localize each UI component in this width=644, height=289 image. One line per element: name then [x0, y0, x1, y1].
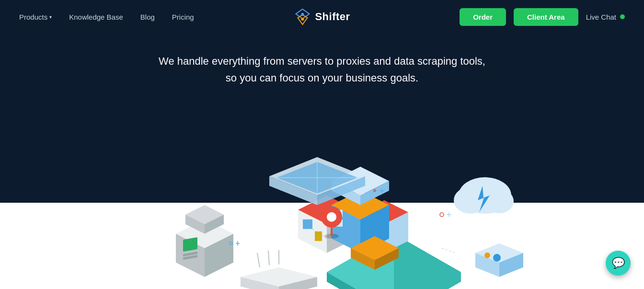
- svg-point-63: [373, 189, 376, 192]
- nav-left: Products ▾ Knowledge Base Blog Pricing: [19, 13, 194, 21]
- hero-headline: We handle everything from servers to pro…: [140, 53, 504, 86]
- client-area-button[interactable]: Client Area: [514, 8, 578, 26]
- chevron-down-icon: ▾: [49, 14, 52, 20]
- svg-line-44: [257, 253, 260, 267]
- svg-point-3: [301, 18, 304, 21]
- order-button[interactable]: Order: [460, 8, 506, 26]
- nav-blog[interactable]: Blog: [140, 13, 155, 21]
- chat-bubble-icon: 💬: [612, 257, 625, 269]
- live-chat-status-dot: [620, 14, 625, 19]
- illustration-area: [0, 89, 644, 289]
- svg-point-27: [327, 212, 336, 222]
- nav-right: Order Client Area Live Chat: [460, 8, 625, 26]
- live-chat-nav[interactable]: Live Chat: [586, 13, 625, 21]
- svg-rect-11: [315, 231, 322, 241]
- live-chat-label: Live Chat: [586, 13, 616, 21]
- hero-section: We handle everything from servers to pro…: [0, 34, 644, 86]
- svg-line-73: [442, 248, 456, 253]
- svg-line-45: [268, 251, 269, 266]
- svg-point-2: [301, 13, 304, 16]
- logo-text: Shifter: [315, 11, 350, 23]
- svg-point-54: [484, 253, 490, 258]
- svg-point-49: [485, 189, 514, 213]
- chat-bubble-button[interactable]: 💬: [606, 251, 631, 276]
- svg-point-66: [440, 213, 444, 217]
- svg-rect-35: [183, 237, 197, 252]
- nav-pricing[interactable]: Pricing: [172, 13, 194, 21]
- nav-products[interactable]: Products ▾: [19, 13, 52, 21]
- nav-knowledge-base[interactable]: Knowledge Base: [69, 13, 123, 21]
- isometric-illustration: [106, 100, 538, 289]
- navbar: Products ▾ Knowledge Base Blog Pricing S…: [0, 0, 644, 34]
- svg-point-55: [493, 254, 501, 262]
- svg-rect-56: [504, 254, 510, 258]
- logo[interactable]: Shifter: [294, 8, 350, 25]
- logo-icon: [294, 8, 311, 25]
- svg-rect-10: [303, 220, 312, 229]
